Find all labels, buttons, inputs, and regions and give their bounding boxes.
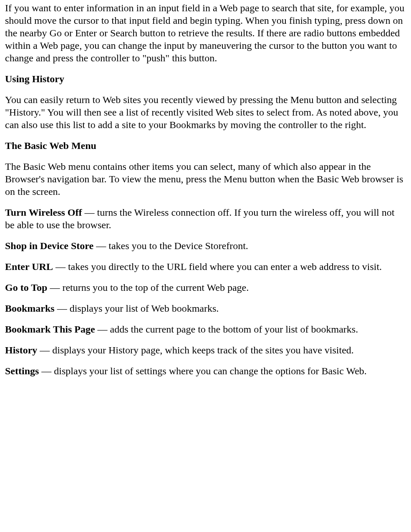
menu-item-separator: —: [93, 240, 108, 251]
menu-item-term: Settings: [5, 366, 39, 376]
menu-item-desc: takes you to the Device Storefront.: [108, 240, 248, 251]
menu-item-separator: —: [95, 324, 110, 335]
menu-item-desc: displays your History page, which keeps …: [52, 345, 354, 356]
menu-item-term: Go to Top: [5, 282, 47, 293]
document-page: If you want to enter information in an i…: [0, 0, 411, 532]
heading-using-history: Using History: [5, 73, 406, 85]
menu-item-term: History: [5, 345, 37, 356]
menu-item-desc: returns you to the top of the current We…: [62, 282, 249, 293]
menu-item-turn-wireless-off: Turn Wireless Off — turns the Wireless c…: [5, 206, 406, 231]
menu-item-enter-url: Enter URL — takes you directly to the UR…: [5, 260, 406, 273]
menu-item-term: Enter URL: [5, 261, 53, 272]
menu-item-term: Turn Wireless Off: [5, 207, 82, 218]
menu-item-desc: displays your list of settings where you…: [54, 366, 366, 376]
menu-item-settings: Settings — displays your list of setting…: [5, 365, 406, 377]
menu-item-separator: —: [37, 345, 52, 356]
menu-item-go-to-top: Go to Top — returns you to the top of th…: [5, 281, 406, 294]
menu-item-bookmark-this-page: Bookmark This Page — adds the current pa…: [5, 323, 406, 335]
menu-item-desc: adds the current page to the bottom of y…: [110, 324, 358, 335]
menu-item-separator: —: [53, 261, 68, 272]
menu-item-desc: takes you directly to the URL field wher…: [68, 261, 382, 272]
menu-item-term: Shop in Device Store: [5, 240, 93, 251]
menu-item-separator: —: [82, 207, 97, 218]
menu-item-shop-in-device-store: Shop in Device Store — takes you to the …: [5, 240, 406, 252]
menu-item-history: History — displays your History page, wh…: [5, 344, 406, 356]
body-basic-web-menu: The Basic Web menu contains other items …: [5, 160, 406, 198]
menu-item-separator: —: [47, 282, 62, 293]
menu-item-term: Bookmark This Page: [5, 324, 95, 335]
heading-basic-web-menu: The Basic Web Menu: [5, 139, 406, 152]
menu-item-separator: —: [55, 303, 70, 314]
menu-item-desc: displays your list of Web bookmarks.: [70, 303, 219, 314]
menu-item-bookmarks: Bookmarks — displays your list of Web bo…: [5, 302, 406, 315]
body-using-history: You can easily return to Web sites you r…: [5, 93, 406, 131]
menu-item-term: Bookmarks: [5, 303, 55, 314]
intro-paragraph: If you want to enter information in an i…: [5, 2, 406, 64]
menu-item-separator: —: [39, 366, 54, 376]
